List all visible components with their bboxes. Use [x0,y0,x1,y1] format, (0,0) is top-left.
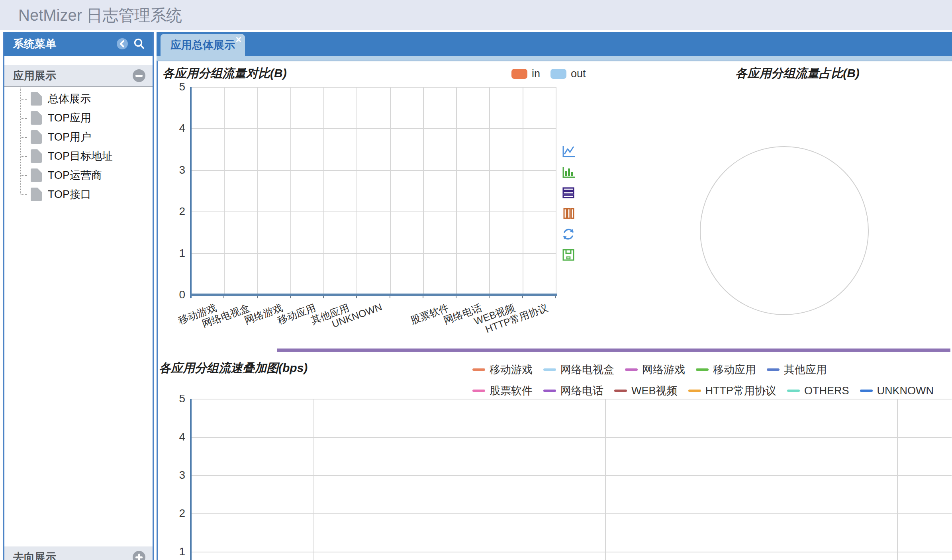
legend-dash [860,390,873,392]
gridline-v [390,87,391,295]
gridline-h [191,513,952,514]
legend-item-移动应用[interactable]: 移动应用 [696,362,756,377]
legend-item-out[interactable]: out [550,68,586,80]
legend-item-网络电话[interactable]: 网络电话 [543,384,603,398]
collapse-left-icon[interactable] [116,37,129,50]
gridline-v [313,399,314,560]
plus-icon[interactable] [133,551,145,560]
stack-icon[interactable] [561,186,576,200]
file-icon [31,149,42,163]
y-tick-label: 4 [179,431,185,443]
legend-dash [543,368,556,371]
tree-item-label: 总体展示 [48,92,91,106]
gridline-v [456,87,457,295]
legend-item-UNKNOWN[interactable]: UNKNOWN [860,384,934,398]
y-tick-label: 0 [179,288,185,301]
tree-item-5[interactable]: TOP接口 [4,185,153,204]
tree-item-label: TOP目标地址 [48,149,113,163]
y-axis-line [190,87,192,298]
gridline-h [191,475,952,476]
purple-divider [277,349,950,352]
panel-title: 应用展示 [13,69,133,83]
file-icon [31,92,42,106]
panel-header-app-display[interactable]: 应用展示 [4,65,153,87]
legend-item-HTTP常用协议[interactable]: HTTP常用协议 [688,384,777,398]
bar-chart-icon[interactable] [561,165,576,179]
line-chart-icon[interactable] [561,144,576,159]
gridline-h [191,128,556,129]
legend-dash [696,368,709,371]
bar-chart-title: 各应用分组流量对比(B) [163,65,287,82]
y-tick-label: 3 [179,469,185,482]
file-icon [31,168,42,182]
gridline-v [605,399,606,560]
gridline-h [191,253,556,254]
legend-label: OTHERS [804,385,849,397]
refresh-icon[interactable] [561,227,576,241]
legend-item-其他应用[interactable]: 其他应用 [767,362,827,377]
pie-chart-circle [700,146,869,315]
tree-item-4[interactable]: TOP运营商 [4,166,153,185]
legend-label: 移动游戏 [490,362,533,377]
legend-dash [688,390,701,392]
file-icon [31,188,42,201]
gridline-h [191,170,556,171]
legend-label: 网络游戏 [642,362,685,377]
panel-header-direction-display[interactable]: 去向展示 [4,546,153,560]
gridline-h [191,211,556,212]
tree-item-0[interactable]: 总体展示 [4,89,153,108]
legend-item-OTHERS[interactable]: OTHERS [787,384,849,398]
legend-swatch [511,69,527,79]
legend-dash [472,390,485,392]
panel-title: 去向展示 [13,550,133,560]
file-icon [31,111,42,125]
chart-toolbox [561,144,576,262]
legend-dash [543,390,556,392]
tree-item-label: TOP应用 [48,111,91,125]
legend-label: 其他应用 [784,362,827,377]
gridline-v [897,399,898,560]
legend-item-网络游戏[interactable]: 网络游戏 [625,362,685,377]
gridline-v [323,87,324,295]
legend-label: in [532,68,540,80]
y-tick-label: 2 [179,507,185,520]
legend-label: UNKNOWN [877,385,934,397]
sidebar-gap [4,56,153,65]
legend-dash [614,390,627,392]
sidebar-tree: 总体展示TOP应用TOP用户TOP目标地址TOP运营商TOP接口 [4,87,153,204]
legend-item-移动游戏[interactable]: 移动游戏 [472,362,533,377]
tab-strip [157,56,952,61]
gridline-v [556,87,556,295]
legend-item-股票软件[interactable]: 股票软件 [472,384,533,398]
netmizer-app: NetMizer 日志管理系统 系统菜单 应用展示 总体展示TO [0,0,952,560]
tree-item-1[interactable]: TOP应用 [4,108,153,127]
pie-chart-title-wrap: 各应用分组流量占比(B) [654,65,941,82]
bar-chart-legend: inout [511,68,586,80]
legend-dash [472,368,485,371]
gridline-v [224,87,225,295]
tree-item-3[interactable]: TOP目标地址 [4,147,153,166]
legend-dash [625,368,638,371]
legend-label: 网络电话 [560,384,603,398]
legend-item-in[interactable]: in [511,68,540,80]
close-icon[interactable]: × [235,35,241,45]
save-image-icon[interactable] [561,248,576,262]
gridline-v [523,87,523,295]
minus-icon[interactable] [133,69,145,82]
app-title: NetMizer 日志管理系统 [18,0,182,30]
gridline-h [191,552,952,552]
legend-item-WEB视频[interactable]: WEB视频 [614,384,678,398]
y-tick-label: 5 [179,392,185,405]
legend-item-网络电视盒[interactable]: 网络电视盒 [543,362,614,377]
tab-app-overview[interactable]: 应用总体展示 × [161,34,245,56]
legend-dash [767,368,780,371]
line-chart-plot: 54321 [191,399,952,560]
tree-item-2[interactable]: TOP用户 [4,127,153,147]
tab-label: 应用总体展示 [170,38,235,52]
legend-label: out [571,68,586,80]
sidebar-header: 系统菜单 [4,32,153,56]
main-column: 应用总体展示 × 各应用分组流量对比(B) inout 543210移动游戏网络… [157,32,952,560]
x-axis-line [190,294,557,296]
tiled-icon[interactable] [561,206,576,221]
search-icon[interactable] [133,37,145,50]
